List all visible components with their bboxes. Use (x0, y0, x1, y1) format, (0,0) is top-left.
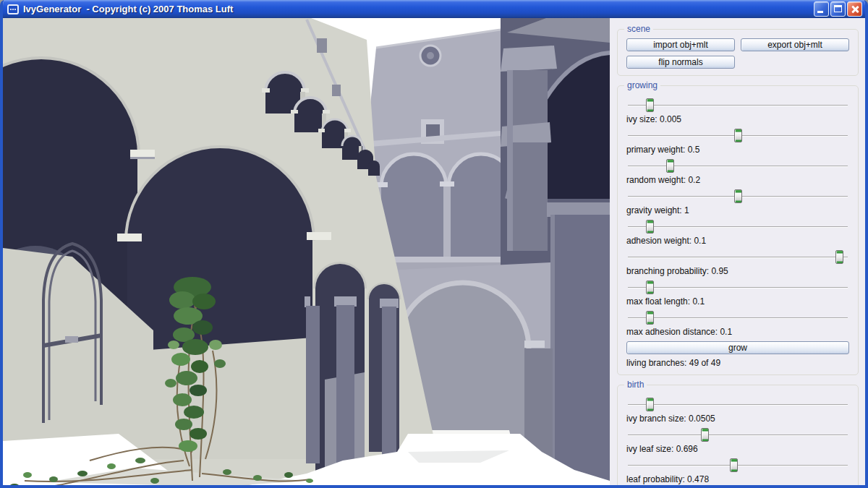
slider-row: primary weight: 0.5 (626, 125, 849, 155)
courtyard-render (3, 18, 610, 485)
scene-groupbox: scene import obj+mlt export obj+mlt flip… (617, 29, 859, 76)
slider-track[interactable] (628, 458, 848, 472)
slider-row: max adhesion distance: 0.1 (626, 307, 849, 338)
app-window: IvyGenerator - Copyright (c) 2007 Thomas… (0, 0, 868, 488)
window-title: IvyGenerator - Copyright (c) 2007 Thomas… (23, 4, 814, 14)
slider-row: ivy branch size: 0.0505 (626, 394, 849, 424)
slider-label: gravity weight: 1 (626, 205, 849, 216)
maximize-icon (834, 5, 842, 12)
slider-thumb[interactable] (646, 281, 654, 294)
slider-thumb[interactable] (701, 428, 709, 442)
slider-track[interactable] (628, 220, 848, 234)
titlebar[interactable]: IvyGenerator - Copyright (c) 2007 Thomas… (3, 0, 865, 18)
birth-groupbox: birth ivy branch size: 0.0505ivy leaf si… (617, 385, 859, 485)
close-icon (848, 2, 861, 16)
slider-label: branching probability: 0.95 (626, 266, 849, 277)
slider-label: ivy branch size: 0.0505 (626, 414, 849, 424)
slider-thumb[interactable] (666, 159, 674, 173)
window-controls (814, 1, 862, 17)
slider-thumb[interactable] (646, 398, 654, 411)
slider-thumb[interactable] (835, 250, 843, 264)
slider-row: branching probability: 0.95 (626, 247, 849, 277)
birth-sliders: ivy branch size: 0.0505ivy leaf size: 0.… (626, 394, 849, 485)
slider-thumb[interactable] (646, 311, 654, 325)
slider-label: ivy size: 0.005 (626, 114, 849, 125)
control-panel: scene import obj+mlt export obj+mlt flip… (610, 18, 865, 485)
viewport-3d[interactable] (3, 18, 610, 485)
minimize-icon (817, 11, 823, 13)
living-branches-status: living branches: 49 of 49 (626, 358, 849, 368)
minimize-button[interactable] (814, 1, 829, 17)
slider-row: leaf probability: 0.478 (626, 455, 849, 485)
flip-normals-button[interactable]: flip normals (626, 56, 735, 69)
birth-group-label: birth (624, 380, 647, 390)
slider-label: ivy leaf size: 0.696 (626, 444, 849, 455)
slider-track[interactable] (628, 428, 848, 442)
slider-label: max float length: 0.1 (626, 296, 849, 307)
slider-track[interactable] (628, 129, 848, 142)
slider-row: gravity weight: 1 (626, 186, 849, 216)
slider-row: random weight: 0.2 (626, 155, 849, 186)
app-icon (7, 4, 19, 14)
slider-track[interactable] (628, 311, 848, 325)
slider-label: max adhesion distance: 0.1 (626, 327, 849, 338)
import-obj-button[interactable]: import obj+mlt (626, 38, 735, 51)
slider-thumb[interactable] (646, 98, 654, 112)
slider-track[interactable] (628, 98, 848, 112)
slider-track[interactable] (628, 159, 848, 173)
slider-row: max float length: 0.1 (626, 277, 849, 307)
scene-group-label: scene (624, 24, 653, 34)
slider-thumb[interactable] (646, 220, 654, 234)
slider-label: primary weight: 0.5 (626, 145, 849, 155)
slider-track[interactable] (628, 398, 848, 411)
slider-track[interactable] (628, 189, 848, 203)
growing-sliders: ivy size: 0.005primary weight: 0.5random… (626, 95, 849, 338)
slider-row: ivy leaf size: 0.696 (626, 424, 849, 455)
growing-group-label: growing (624, 80, 660, 90)
grow-button[interactable]: grow (626, 341, 849, 354)
slider-thumb[interactable] (730, 458, 738, 472)
close-button[interactable] (847, 1, 862, 17)
slider-row: adhesion weight: 0.1 (626, 216, 849, 247)
maximize-button[interactable] (830, 1, 846, 17)
slider-label: leaf probability: 0.478 (626, 474, 849, 485)
slider-row: ivy size: 0.005 (626, 95, 849, 125)
slider-label: random weight: 0.2 (626, 175, 849, 186)
slider-thumb[interactable] (734, 189, 742, 203)
export-obj-button[interactable]: export obj+mlt (741, 38, 849, 51)
slider-label: adhesion weight: 0.1 (626, 236, 849, 247)
slider-track[interactable] (628, 250, 848, 264)
slider-track[interactable] (628, 281, 848, 294)
growing-groupbox: growing ivy size: 0.005primary weight: 0… (617, 85, 859, 375)
slider-thumb[interactable] (734, 129, 742, 142)
